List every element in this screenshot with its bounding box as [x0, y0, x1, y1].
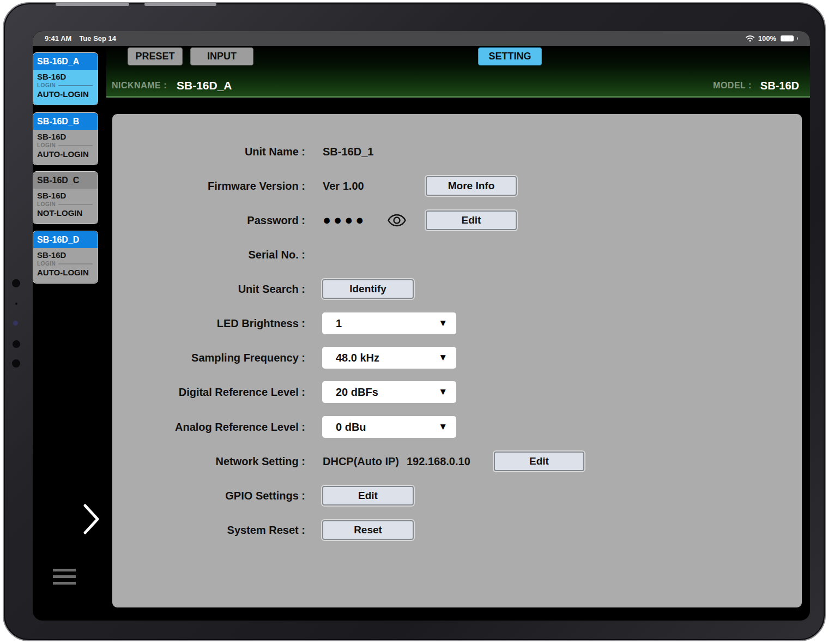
system-reset-row: System Reset : Reset: [112, 518, 802, 542]
analog-reference-select[interactable]: 0 dBu ▼: [322, 416, 456, 438]
device-name: SB-16D_B: [33, 113, 98, 130]
more-info-button[interactable]: More Info: [426, 176, 517, 196]
device-model: SB-16D: [37, 131, 94, 142]
sampling-frequency-select[interactable]: 48.0 kHz ▼: [322, 347, 456, 369]
dropdown-arrow-icon: ▼: [438, 318, 448, 329]
tab-setting[interactable]: SETTING: [478, 47, 542, 65]
digital-reference-label: Digital Reference Level :: [112, 380, 305, 404]
device-model: SB-16D: [37, 71, 94, 82]
unit-name-value: SB-16D_1: [323, 140, 373, 164]
tablet-frame: 9:41 AM Tue Sep 14 100% PRESET INPUT: [3, 2, 826, 641]
clock: 9:41 AM: [45, 34, 71, 43]
front-camera: [12, 279, 20, 287]
digital-reference-select[interactable]: 20 dBFs ▼: [322, 381, 456, 403]
serial-row: Serial No. :: [112, 243, 802, 267]
network-edit-button[interactable]: Edit: [494, 452, 584, 471]
serial-label: Serial No. :: [112, 243, 305, 267]
date: Tue Sep 14: [79, 34, 116, 43]
sidebar-device-sb-16d-b[interactable]: SB-16D_B SB-16D LOGIN AUTO-LOGIN: [33, 113, 98, 165]
firmware-label: Firmware Version :: [112, 174, 305, 198]
device-model: SB-16D: [37, 250, 94, 260]
show-password-toggle[interactable]: [387, 213, 407, 230]
led-brightness-value: 1: [336, 317, 342, 330]
analog-reference-value: 0 dBu: [336, 421, 366, 434]
login-status: AUTO-LOGIN: [37, 149, 94, 159]
firmware-row: Firmware Version : Ver 1.00 More Info: [112, 174, 802, 198]
network-setting-label: Network Setting :: [112, 449, 305, 473]
front-camera: [13, 340, 20, 348]
identify-button[interactable]: Identify: [322, 279, 414, 299]
device-name: SB-16D_C: [33, 172, 98, 189]
volume-button: [144, 3, 216, 6]
eye-icon: [387, 213, 407, 227]
front-camera: [12, 359, 20, 368]
nickname-label: NICKNAME :: [112, 81, 167, 91]
network-ip-value: 192.168.0.10: [407, 449, 470, 473]
page: 9:41 AM Tue Sep 14 100% PRESET INPUT: [0, 0, 840, 644]
login-status: AUTO-LOGIN: [37, 267, 94, 278]
sidebar-device-sb-16d-a[interactable]: SB-16D_A SB-16D LOGIN AUTO-LOGIN: [33, 53, 98, 105]
login-status: AUTO-LOGIN: [37, 89, 94, 99]
analog-reference-row: Analog Reference Level : 0 dBu ▼: [112, 415, 802, 439]
analog-reference-label: Analog Reference Level :: [112, 415, 305, 439]
login-divider: [58, 85, 93, 86]
model-value: SB-16D: [760, 80, 799, 92]
gpio-edit-button[interactable]: Edit: [322, 486, 414, 505]
unit-search-row: Unit Search : Identify: [112, 277, 802, 301]
network-setting-row: Network Setting : DHCP(Auto IP) 192.168.…: [112, 449, 802, 473]
unit-name-label: Unit Name :: [112, 140, 305, 164]
unit-name-row: Unit Name : SB-16D_1: [112, 140, 802, 164]
system-reset-label: System Reset :: [112, 518, 305, 542]
expand-sidebar-button[interactable]: [83, 503, 100, 537]
gpio-settings-row: GPIO Settings : Edit: [112, 484, 802, 508]
model-label: MODEL :: [713, 81, 752, 91]
sampling-frequency-value: 48.0 kHz: [336, 352, 379, 364]
password-label: Password :: [112, 208, 305, 232]
password-edit-button[interactable]: Edit: [426, 210, 517, 230]
firmware-value: Ver 1.00: [323, 174, 364, 198]
led-brightness-row: LED Brightness : 1 ▼: [112, 311, 802, 335]
dropdown-arrow-icon: ▼: [438, 387, 448, 398]
sidebar-device-sb-16d-c[interactable]: SB-16D_C SB-16D LOGIN NOT-LOGIN: [33, 172, 98, 224]
dropdown-arrow-icon: ▼: [438, 352, 448, 363]
status-bar: 9:41 AM Tue Sep 14 100%: [33, 31, 810, 46]
menu-icon: [53, 582, 76, 585]
volume-button: [56, 3, 129, 6]
battery-nub: [797, 37, 798, 40]
system-reset-button[interactable]: Reset: [322, 520, 414, 540]
sidebar-device-sb-16d-d[interactable]: SB-16D_D SB-16D LOGIN AUTO-LOGIN: [33, 231, 98, 283]
digital-reference-value: 20 dBFs: [336, 386, 378, 399]
password-masked-value: ●●●●: [323, 208, 366, 232]
chevron-right-icon: [83, 503, 100, 535]
tab-input[interactable]: INPUT: [190, 47, 253, 65]
device-name: SB-16D_D: [33, 231, 98, 248]
digital-reference-row: Digital Reference Level : 20 dBFs ▼: [112, 380, 802, 404]
tab-preset[interactable]: PRESET: [128, 47, 183, 65]
battery-percent: 100%: [758, 34, 776, 43]
battery-icon: [781, 35, 794, 41]
unit-search-label: Unit Search :: [112, 277, 305, 301]
login-label: LOGIN: [37, 82, 56, 88]
login-label: LOGIN: [37, 142, 56, 148]
login-divider: [58, 263, 93, 264]
device-name: SB-16D_A: [33, 53, 98, 70]
settings-panel: Unit Name : SB-16D_1 Firmware Version : …: [112, 114, 802, 607]
led-brightness-select[interactable]: 1 ▼: [322, 312, 456, 334]
sampling-frequency-row: Sampling Frequency : 48.0 kHz ▼: [112, 346, 802, 370]
login-label: LOGIN: [37, 201, 56, 207]
wifi-icon: [745, 35, 755, 42]
sensor-dot: [13, 321, 18, 326]
login-status: NOT-LOGIN: [37, 208, 94, 218]
sampling-frequency-label: Sampling Frequency :: [112, 346, 305, 370]
sensor-dot: [15, 303, 17, 305]
menu-icon: [53, 575, 76, 578]
login-label: LOGIN: [37, 261, 56, 267]
device-model: SB-16D: [37, 190, 94, 201]
menu-button[interactable]: [53, 569, 76, 588]
nickname-row: NICKNAME : SB-16D_A MODEL : SB-16D: [112, 75, 799, 97]
network-method-value: DHCP(Auto IP): [323, 449, 399, 473]
password-row: Password : ●●●● Edit: [112, 208, 802, 232]
menu-icon: [53, 569, 76, 571]
led-brightness-label: LED Brightness :: [112, 311, 305, 335]
gpio-settings-label: GPIO Settings :: [112, 484, 305, 508]
